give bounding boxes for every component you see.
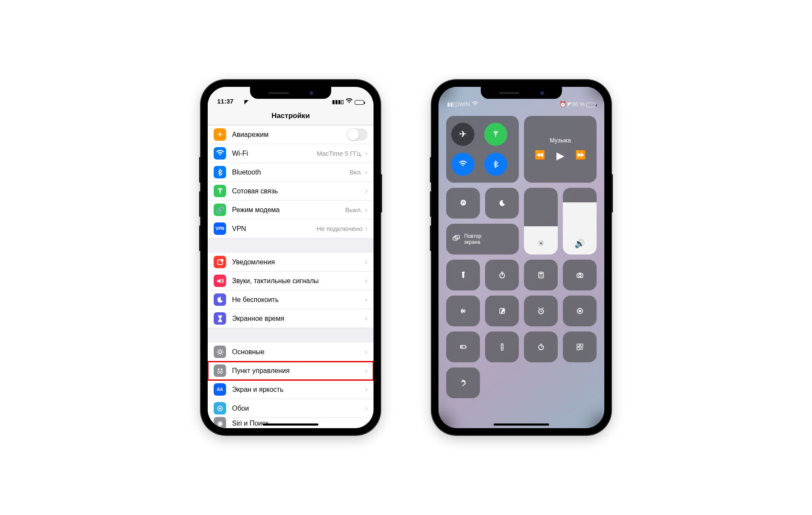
svg-point-3 <box>218 350 221 353</box>
row-label: Авиарежим <box>232 131 347 139</box>
mirror-label: Повтор экрана <box>464 233 481 246</box>
svg-point-0 <box>219 190 221 192</box>
chevron-right-icon: › <box>365 404 368 413</box>
settings-list[interactable]: ✈АвиарежимWi-FiMacTime 5 ГГц.›BluetoothВ… <box>208 125 374 428</box>
svg-point-5 <box>221 368 223 370</box>
settings-row-screentime[interactable]: Экранное время› <box>208 309 374 328</box>
row-label: Bluetooth <box>232 169 350 176</box>
voice-memo-tile[interactable] <box>446 296 480 326</box>
settings-row-bluetooth[interactable]: BluetoothВкл.› <box>208 163 374 182</box>
settings-row-controlcenter[interactable]: Пункт управления› <box>208 361 374 380</box>
flashlight-tile[interactable] <box>446 260 480 290</box>
svg-point-6 <box>218 371 220 373</box>
row-label: Не беспокоить <box>232 296 365 304</box>
svg-point-22 <box>541 276 541 277</box>
play-icon[interactable]: ▶ <box>556 150 564 162</box>
svg-point-36 <box>502 347 503 348</box>
navbar: Настройки <box>208 107 374 125</box>
settings-screen: 11:37 ◤ ▮▮▮▯ Настройки ✈АвиарежимWi-FiMa… <box>208 87 374 428</box>
svg-rect-41 <box>577 347 580 350</box>
row-label: Wi-Fi <box>232 150 317 157</box>
chevron-right-icon: › <box>365 186 368 195</box>
connectivity-bluetooth-button[interactable] <box>484 153 507 176</box>
orientation-lock-tile[interactable] <box>446 188 480 219</box>
camera-tile[interactable] <box>563 260 597 290</box>
controlcenter-icon <box>214 364 226 377</box>
row-label: Сотовая связь <box>232 187 365 195</box>
music-controls: ⏪ ▶ ⏩ <box>535 150 586 162</box>
chevron-right-icon: › <box>365 149 368 158</box>
chevron-right-icon: › <box>365 419 368 428</box>
settings-row-wifi[interactable]: Wi-FiMacTime 5 ГГц.› <box>208 144 374 163</box>
mirror-icon <box>452 234 460 244</box>
chevron-right-icon: › <box>365 295 368 304</box>
svg-point-23 <box>541 276 542 277</box>
toggle-airplane[interactable] <box>347 128 368 141</box>
row-value: Вкл. <box>350 169 362 176</box>
svg-point-35 <box>501 344 502 345</box>
battery-icon <box>355 100 364 105</box>
chevron-right-icon: › <box>365 276 368 285</box>
low-power-tile[interactable] <box>446 331 480 362</box>
notes-tile[interactable] <box>485 296 519 326</box>
chevron-right-icon: › <box>365 224 368 233</box>
next-track-icon[interactable]: ⏩ <box>575 150 586 162</box>
svg-rect-39 <box>577 344 580 346</box>
settings-row-hotspot[interactable]: 🔗Режим модемаВыкл.› <box>208 201 374 219</box>
alarm-tile[interactable] <box>524 296 558 326</box>
qr-scan-tile[interactable] <box>563 331 597 362</box>
settings-row-vpn[interactable]: VPNVPNНе подключено› <box>208 219 374 238</box>
connectivity-cellular-button[interactable] <box>484 123 507 146</box>
wifi-icon <box>214 147 226 160</box>
status-icons: ⏰ ◤ <box>559 101 572 107</box>
phone-right: ▮▮▯▯ WIN ⏰ ◤ 96 % ✈ Музыка ⏪ ▶ ⏩ <box>432 80 611 435</box>
settings-row-notifications[interactable]: Уведомления› <box>208 253 374 272</box>
row-value: Не подключено <box>317 225 362 232</box>
screen-mirroring-tile[interactable]: Повтор экрана <box>446 224 519 255</box>
control-center-screen: ▮▮▯▯ WIN ⏰ ◤ 96 % ✈ Музыка ⏪ ▶ ⏩ <box>438 87 604 428</box>
calculator-tile[interactable] <box>524 260 558 290</box>
chevron-right-icon: › <box>365 314 368 323</box>
display-icon: AA <box>214 383 226 396</box>
music-tile[interactable]: Музыка ⏪ ▶ ⏩ <box>524 116 597 183</box>
home-indicator[interactable] <box>494 423 549 426</box>
svg-point-19 <box>541 275 541 276</box>
wifi-status-icon <box>346 98 353 105</box>
settings-row-sounds[interactable]: Звуки, тактильные сигналы› <box>208 272 374 290</box>
svg-point-30 <box>579 310 581 312</box>
dnd-icon <box>214 293 226 306</box>
connectivity-airplane-button[interactable]: ✈ <box>451 123 474 146</box>
settings-row-airplane[interactable]: ✈Авиарежим <box>208 125 374 144</box>
brightness-slider[interactable]: ☀ <box>524 188 558 255</box>
volume-slider[interactable]: 🔊 <box>563 188 597 255</box>
svg-point-7 <box>221 371 223 373</box>
settings-row-general[interactable]: Основные› <box>208 343 374 361</box>
settings-row-siri[interactable]: ◉Siri и Поиск› <box>208 418 374 428</box>
settings-row-display[interactable]: AAЭкран и яркость› <box>208 380 374 399</box>
home-indicator[interactable] <box>263 423 318 426</box>
svg-rect-33 <box>461 346 462 347</box>
settings-row-dnd[interactable]: Не беспокоить› <box>208 290 374 309</box>
timer-tile[interactable] <box>485 260 519 290</box>
wallpaper-icon <box>214 402 226 414</box>
airplane-icon: ✈ <box>214 128 226 141</box>
prev-track-icon[interactable]: ⏪ <box>535 150 545 162</box>
carrier-label: WIN <box>459 101 470 107</box>
svg-point-37 <box>502 348 503 349</box>
hearing-tile[interactable] <box>446 367 480 398</box>
svg-point-2 <box>221 259 224 262</box>
svg-rect-44 <box>580 349 581 350</box>
chevron-right-icon: › <box>365 258 368 266</box>
connectivity-wifi-button[interactable] <box>451 153 474 176</box>
screen-record-tile[interactable] <box>563 296 597 326</box>
row-label: Пункт управления <box>232 367 365 375</box>
apple-tv-remote-tile[interactable] <box>485 331 519 362</box>
control-center-extra <box>438 367 604 403</box>
row-label: Режим модема <box>232 206 345 214</box>
signal-icon: ▮▮▮▯ <box>332 99 344 105</box>
do-not-disturb-tile[interactable] <box>485 188 519 219</box>
settings-row-cellular[interactable]: Сотовая связь› <box>208 182 374 201</box>
sounds-icon <box>214 275 226 287</box>
settings-row-wallpaper[interactable]: Обои› <box>208 399 374 418</box>
stopwatch-tile[interactable] <box>524 331 558 362</box>
